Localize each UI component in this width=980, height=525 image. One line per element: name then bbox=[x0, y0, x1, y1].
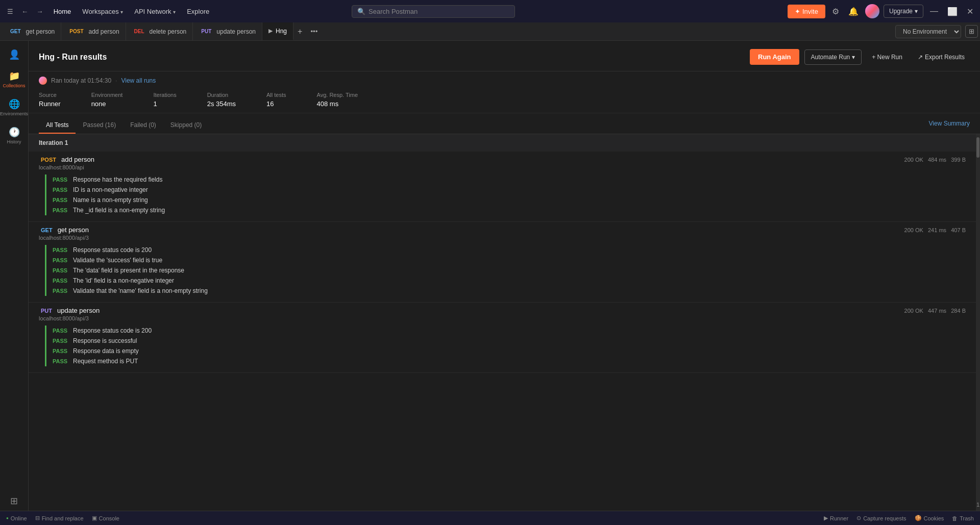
back-button[interactable]: ← bbox=[18, 5, 31, 18]
test-label: Response data is empty bbox=[73, 347, 139, 355]
test-label: Response has the required fields bbox=[73, 176, 162, 183]
new-run-button[interactable]: + New Run bbox=[867, 50, 908, 64]
method-badge-del: DEL bbox=[132, 28, 146, 35]
tab-skipped[interactable]: Skipped (0) bbox=[163, 117, 209, 134]
test-tabs-bar: All Tests Passed (16) Failed (0) Skipped… bbox=[29, 113, 980, 134]
person-icon: 👤 bbox=[9, 49, 20, 60]
sidebar: 👤 📁 Collections 🌐 Environments 🕐 History… bbox=[0, 41, 29, 511]
forward-button[interactable]: → bbox=[33, 5, 46, 18]
hamburger-menu-button[interactable]: ☰ bbox=[4, 5, 16, 18]
invite-button[interactable]: ✦ Invite bbox=[788, 5, 825, 18]
workspaces-nav-link[interactable]: Workspaces ▾ bbox=[77, 5, 128, 18]
find-replace-button[interactable]: ⊟ Find and replace bbox=[35, 515, 84, 521]
source-label: Source bbox=[39, 92, 61, 98]
tab-add-person[interactable]: POST add person bbox=[61, 22, 126, 40]
upgrade-button[interactable]: Upgrade ▾ bbox=[884, 5, 923, 18]
tab-right: No Environment ⊞ bbox=[895, 25, 978, 38]
content-area: Hng - Run results Run Again Automate Run… bbox=[29, 41, 980, 511]
tab-delete-person[interactable]: DEL delete person bbox=[126, 22, 193, 40]
environment-label: Environment bbox=[91, 92, 123, 98]
sidebar-item-environments[interactable]: 🌐 Environments bbox=[2, 94, 27, 120]
avatar[interactable] bbox=[865, 4, 879, 18]
request-stats: 200 OK 241 ms 407 B bbox=[904, 227, 966, 233]
notifications-button[interactable]: 🔔 bbox=[846, 4, 861, 19]
iteration-header: Iteration 1 bbox=[29, 134, 976, 152]
environment-selector[interactable]: No Environment bbox=[895, 25, 961, 38]
tab-all-tests[interactable]: All Tests bbox=[39, 117, 76, 134]
test-results-add-person: PASS Response has the required fields PA… bbox=[45, 174, 966, 215]
console-button[interactable]: ▣ Console bbox=[92, 515, 119, 521]
sub-header: Ran today at 01:54:30 · View all runs So… bbox=[29, 71, 980, 113]
maximize-button[interactable]: ⬜ bbox=[945, 4, 960, 19]
automate-run-button[interactable]: Automate Run ▾ bbox=[804, 49, 862, 65]
home-nav-link[interactable]: Home bbox=[48, 5, 77, 18]
request-url: localhost:8000/api bbox=[39, 164, 966, 170]
request-url: localhost:8000/api/3 bbox=[39, 315, 966, 321]
scrollbar-thumb[interactable] bbox=[976, 137, 979, 158]
tab-hng[interactable]: ▶ Hng bbox=[262, 22, 293, 40]
tab-passed[interactable]: Passed (16) bbox=[76, 117, 123, 134]
trash-button[interactable]: 🗑 Trash bbox=[952, 515, 974, 521]
runner-button[interactable]: ▶ Runner bbox=[824, 515, 848, 521]
view-summary-link[interactable]: View Summary bbox=[929, 120, 970, 131]
search-placeholder: Search Postman bbox=[369, 8, 418, 15]
pass-badge: PASS bbox=[53, 207, 69, 213]
request-name: GET get person bbox=[39, 226, 89, 234]
more-tabs-button[interactable]: ••• bbox=[306, 24, 322, 38]
sidebar-item-grid[interactable]: ⊞ bbox=[2, 491, 27, 511]
test-result-row: PASS The 'data' field is present in the … bbox=[53, 265, 966, 276]
new-tab-button[interactable]: + bbox=[293, 24, 306, 39]
settings-button[interactable]: ⚙ bbox=[829, 4, 842, 19]
minimize-button[interactable]: — bbox=[927, 4, 941, 18]
stat-duration: Duration 2s 354ms bbox=[207, 92, 236, 108]
test-results-update-person: PASS Response status code is 200 PASS Re… bbox=[45, 326, 966, 366]
online-dot-icon: ● bbox=[6, 516, 9, 520]
tab-get-person[interactable]: GET get person bbox=[2, 22, 61, 40]
capture-icon: ⊙ bbox=[856, 515, 861, 521]
environment-icon-button[interactable]: ⊞ bbox=[965, 25, 978, 38]
test-result-row: PASS Response has the required fields bbox=[53, 174, 966, 185]
tab-label: update person bbox=[216, 28, 256, 35]
test-label: Response status code is 200 bbox=[73, 246, 152, 254]
test-result-row: PASS Response is successful bbox=[53, 336, 966, 346]
put-method-badge: PUT bbox=[39, 307, 54, 314]
run-title: Hng - Run results bbox=[39, 53, 107, 62]
view-all-runs-link[interactable]: View all runs bbox=[121, 77, 156, 84]
test-tab-list: All Tests Passed (16) Failed (0) Skipped… bbox=[39, 117, 209, 134]
cookies-button[interactable]: 🍪 Cookies bbox=[915, 515, 944, 521]
close-button[interactable]: ✕ bbox=[964, 4, 976, 19]
request-name: POST add person bbox=[39, 156, 94, 163]
search-bar[interactable]: 🔍 Search Postman bbox=[352, 5, 515, 18]
request-stats: 200 OK 447 ms 284 B bbox=[904, 308, 966, 314]
sidebar-item-history[interactable]: 🕐 History bbox=[2, 122, 27, 148]
explore-nav-link[interactable]: Explore bbox=[182, 5, 214, 18]
bottom-right: ▶ Runner ⊙ Capture requests 🍪 Cookies 🗑 … bbox=[824, 515, 974, 521]
pass-badge: PASS bbox=[53, 267, 69, 273]
capture-requests-button[interactable]: ⊙ Capture requests bbox=[856, 515, 906, 521]
tab-update-person[interactable]: PUT update person bbox=[193, 22, 262, 40]
iterations-label: Iterations bbox=[153, 92, 176, 98]
trash-icon: 🗑 bbox=[952, 515, 958, 521]
source-value: Runner bbox=[39, 100, 61, 108]
stat-source: Source Runner bbox=[39, 92, 61, 108]
sidebar-item-person[interactable]: 👤 bbox=[2, 45, 27, 64]
stats-row: Source Runner Environment none Iteration… bbox=[39, 92, 970, 108]
sidebar-item-collections[interactable]: 📁 Collections bbox=[2, 66, 27, 92]
pass-badge: PASS bbox=[53, 247, 69, 253]
run-again-button[interactable]: Run Again bbox=[750, 49, 799, 65]
request-block-add-person: POST add person 200 OK 484 ms 399 B loca… bbox=[29, 152, 976, 222]
collections-icon: 📁 bbox=[9, 70, 20, 82]
scrollbar-track[interactable]: 1 bbox=[976, 134, 980, 511]
pass-badge: PASS bbox=[53, 338, 69, 344]
nav-links: Home Workspaces ▾ API Network ▾ Explore bbox=[48, 5, 215, 18]
tab-label: add person bbox=[89, 28, 119, 35]
pass-badge: PASS bbox=[53, 348, 69, 354]
run-meta: Ran today at 01:54:30 · View all runs bbox=[39, 77, 970, 85]
tab-label: get person bbox=[26, 28, 55, 35]
api-network-nav-link[interactable]: API Network ▾ bbox=[129, 5, 181, 18]
tab-failed[interactable]: Failed (0) bbox=[123, 117, 163, 134]
test-label: The 'id' field is a non-negative integer bbox=[73, 277, 174, 284]
export-results-button[interactable]: ↗ Export Results bbox=[913, 50, 970, 64]
test-result-row: PASS ID is a non-negative integer bbox=[53, 185, 966, 195]
test-label: The 'data' field is present in the respo… bbox=[73, 267, 184, 274]
